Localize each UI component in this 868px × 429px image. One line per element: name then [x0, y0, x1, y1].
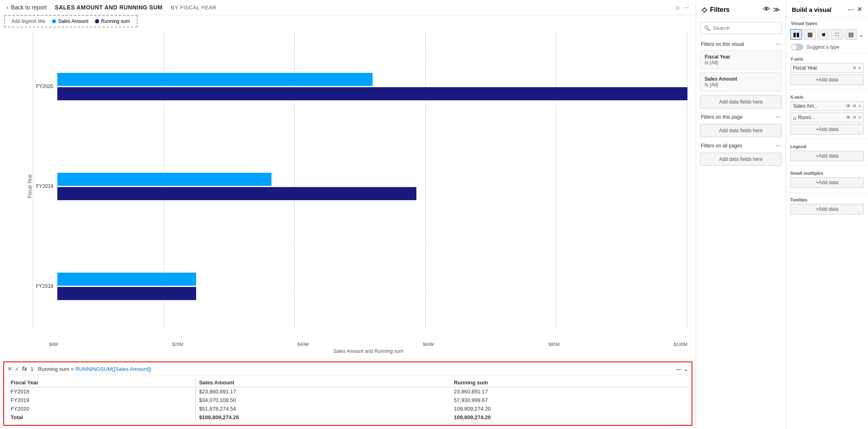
visibility-icon[interactable]: 👁 — [763, 6, 770, 14]
suggest-row: Suggest a type — [786, 41, 868, 53]
vis-type-bar[interactable]: ▮▮ — [790, 29, 802, 40]
minimize-icon[interactable]: — — [676, 366, 681, 372]
legend-dot-sales — [52, 19, 56, 23]
bar-sales-fy2018[interactable] — [57, 273, 196, 286]
table-row: FY2020 $51,878,274.54 109,809,274.20 — [7, 404, 688, 413]
filter-card-sales-amount[interactable]: Sales Amount is (All) — [700, 72, 782, 91]
bar-track-fy2018 — [57, 273, 687, 300]
divider-3 — [786, 165, 868, 166]
x-axis-field-sales[interactable]: Sales Am... 👁 ✕ > — [790, 101, 864, 111]
remove-icon[interactable]: ✕ — [852, 65, 857, 71]
filter-icon[interactable]: ◇ — [676, 5, 680, 11]
cell-year-fy2019: FY2019 — [7, 396, 196, 404]
y-axis-add-data[interactable]: +Add data — [790, 75, 864, 85]
build-panel: Build a visual ⋯ ✕ Visual types ▮▮ ▦ ■ ∷… — [786, 0, 868, 429]
x-axis-section: X-axis Sales Am... 👁 ✕ > △ Runni... 👁 ✕ … — [786, 91, 868, 137]
suggest-toggle[interactable] — [791, 44, 803, 50]
formula-line-num: 1 — [30, 366, 36, 372]
filters-all-pages-label: Filters on all pages ⋯ — [696, 140, 786, 150]
top-bar-icons: ◇ ⋯ — [676, 5, 689, 11]
search-box[interactable]: 🔍 — [700, 22, 782, 34]
chevron-right-sales[interactable]: > — [858, 103, 861, 109]
legend-add-data[interactable]: +Add data — [790, 151, 864, 161]
vis-type-more[interactable]: ⌄ — [859, 31, 864, 38]
tooltips-add[interactable]: +Add data — [790, 204, 864, 214]
legend-area: Add legend title Sales Amount Running su… — [4, 15, 138, 27]
formula-icons: ✕ ✓ fx — [7, 366, 27, 372]
bar-row-fy2018: FY2018 — [33, 273, 687, 300]
vis-type-col[interactable]: ■ — [818, 29, 830, 40]
cell-total-label: Total — [7, 413, 196, 422]
vis-type-table[interactable]: ▦ — [804, 29, 816, 40]
filters-panel: ◇ Filters 👁 ≫ 🔍 Filters on this visual ⋯… — [696, 0, 786, 429]
x-tick-5: $100M — [674, 342, 687, 347]
x-axis-field-running[interactable]: △ Runni... 👁 ✕ > — [790, 113, 864, 122]
filters-header: ◇ Filters 👁 ≫ — [696, 0, 786, 18]
legend-section-label: Legend — [790, 144, 864, 149]
bar-group-fy2018: FY2018 — [33, 269, 687, 304]
build-header-icons: ⋯ ✕ — [848, 6, 862, 13]
more-options-icon[interactable]: ⋯ — [684, 5, 689, 11]
x-axis-field-running-name: Runni... — [798, 115, 844, 120]
close-icon-build[interactable]: ✕ — [857, 6, 862, 13]
fx-icon[interactable]: fx — [22, 366, 27, 372]
x-tick-0: $0M — [49, 342, 58, 347]
more-icon[interactable]: ⋯ — [776, 41, 781, 47]
back-label: Back to report — [11, 4, 47, 11]
table-row-total: Total $109,809,274.20 109,809,274.20 — [7, 413, 688, 422]
bar-running-fy2019[interactable] — [57, 187, 416, 200]
bar-running-fy2018[interactable] — [57, 287, 196, 300]
add-fields-page[interactable]: Add data fields here — [700, 124, 782, 137]
bar-group-fy2020: FY2020 — [33, 69, 687, 104]
more-icon-build[interactable]: ⋯ — [848, 6, 854, 13]
y-axis-field-fiscal[interactable]: Fiscal Year ✕ > — [790, 63, 864, 73]
chevron-right-running[interactable]: > — [858, 115, 861, 120]
back-button[interactable]: ‹ Back to report — [7, 4, 47, 11]
bar-track-fy2020 — [57, 73, 687, 100]
x-axis-field-running-icons: 👁 ✕ > — [846, 115, 861, 120]
add-fields-visual[interactable]: Add data fields here — [700, 95, 782, 108]
filter-header-icon: ◇ — [702, 6, 707, 14]
back-arrow-icon: ‹ — [7, 4, 9, 11]
x-tick-1: $20M — [172, 342, 183, 347]
search-icon: 🔍 — [704, 25, 710, 31]
chevron-right-icon[interactable]: > — [858, 65, 861, 71]
small-multiples-section: Small multiples +Add data — [786, 167, 868, 190]
more-icon-page[interactable]: ⋯ — [776, 114, 781, 120]
data-table-area: ✕ ✓ fx 1 Running sum = RUNNINGSUM([Sales… — [3, 361, 692, 426]
chart-container: Fiscal Year FY2020 — [0, 28, 696, 358]
more-icon-all[interactable]: ⋯ — [776, 143, 781, 149]
cell-running-fy2020: 109,809,274.20 — [450, 404, 688, 413]
expand-icon[interactable]: ⌄ — [684, 366, 688, 372]
legend-item-sales: Sales Amount — [52, 18, 88, 24]
x-tick-4: $80M — [548, 342, 560, 347]
divider-2 — [786, 139, 868, 139]
filter-card-fiscal-year[interactable]: Fiscal Year is (All) — [700, 50, 782, 69]
check-icon[interactable]: ✓ — [15, 366, 20, 372]
chart-area: FY2020 FY2019 — [33, 32, 687, 340]
add-fields-all-pages[interactable]: Add data fields here — [700, 153, 782, 166]
filter-name-fiscal-year: Fiscal Year — [705, 54, 777, 60]
table-row: FY2019 $34,070,108.50 57,930,999.67 — [7, 396, 688, 404]
bar-sales-fy2020[interactable] — [57, 73, 373, 86]
cell-year-fy2018: FY2018 — [7, 387, 196, 396]
vis-type-matrix[interactable]: ▤ — [845, 29, 857, 40]
eye-icon-sales[interactable]: 👁 — [846, 103, 851, 109]
close-icon[interactable]: ✕ — [7, 366, 12, 372]
vis-type-line[interactable]: ∷ — [831, 29, 843, 40]
expand-icon[interactable]: ≫ — [773, 6, 780, 14]
chart-title: SALES AMOUNT AND RUNNING SUM — [55, 4, 163, 11]
x-axis-add-data[interactable]: +Add data — [790, 124, 864, 135]
bar-sales-fy2019[interactable] — [57, 173, 271, 186]
cell-sales-fy2019: $34,070,108.50 — [196, 396, 451, 404]
bar-running-fy2020[interactable] — [57, 87, 687, 100]
remove-icon-sales[interactable]: ✕ — [852, 103, 857, 109]
visual-types-label: Visual types — [786, 18, 868, 27]
search-input[interactable] — [713, 25, 778, 31]
small-multiples-add[interactable]: +Add data — [790, 177, 864, 188]
remove-icon-running[interactable]: ✕ — [852, 115, 857, 120]
y-axis-section-label: Y-axis — [790, 56, 864, 61]
tooltips-section: Tooltips +Add data — [786, 194, 868, 217]
filter-value-fiscal-year: is (All) — [705, 60, 777, 65]
eye-icon-running[interactable]: 👁 — [846, 115, 851, 120]
